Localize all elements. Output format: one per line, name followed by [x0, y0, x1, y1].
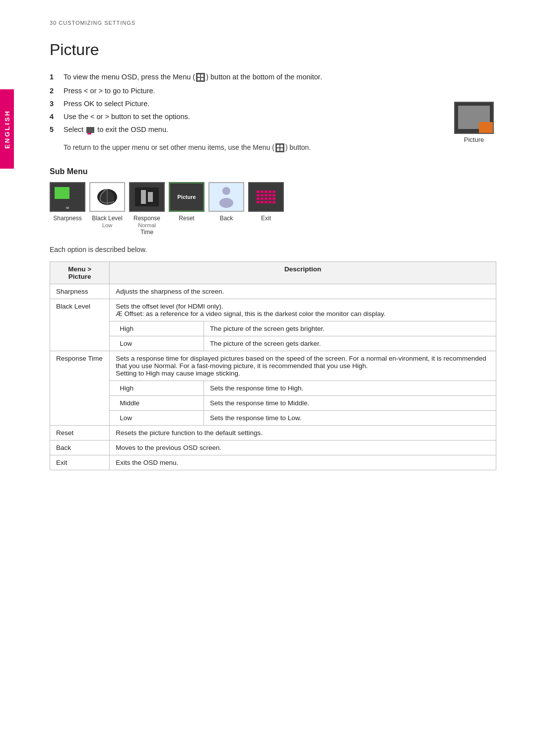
sub-response-high-desc: Sets the response time to High.: [203, 381, 496, 396]
gc1: [257, 190, 260, 193]
back-icon-graphic: [208, 182, 244, 212]
step-3: 3 Press OK to select Picture.: [50, 100, 496, 108]
gc18: [265, 201, 268, 203]
side-language-tab: ENGLISH: [0, 89, 14, 169]
exit-grid: [257, 190, 275, 203]
step-5-num: 5: [50, 126, 59, 133]
submenu-icon-exit: [248, 182, 284, 212]
gc12: [261, 197, 264, 200]
blacklevel-svg: [95, 187, 119, 207]
table-row-blacklevel-low: Low The picture of the screen gets darke…: [50, 336, 496, 351]
menu-response: Response Time: [50, 351, 110, 426]
sharpness-dot: [66, 207, 69, 209]
table-row-response-high: High Sets the response time to High.: [50, 381, 496, 396]
resp-bar-2: [148, 192, 153, 202]
step-2-num: 2: [50, 87, 59, 95]
label-back: Back: [208, 215, 244, 222]
table-row-back: Back Moves to the previous OSD screen.: [50, 441, 496, 455]
gc3: [265, 190, 268, 193]
picture-icon-box: Picture: [452, 102, 496, 143]
resp-bar-1: [141, 190, 146, 204]
each-option-note: Each option is described below.: [50, 246, 496, 253]
desc-exit: Exits the OSD menu.: [110, 455, 496, 470]
picture-submenu-text: Picture: [177, 194, 196, 200]
menu-sharpness: Sharpness: [50, 284, 110, 299]
response-inner: [135, 188, 159, 206]
sub-blacklevel-low-label: Low: [110, 336, 204, 351]
menu-back: Back: [50, 441, 110, 455]
gc8: [265, 194, 268, 196]
step-4-text: Use the < or > button to set the options…: [64, 113, 190, 121]
menu-reset: Reset: [50, 426, 110, 441]
table-row-exit: Exit Exits the OSD menu.: [50, 455, 496, 470]
desc-response-main: Sets a response time for displayed pictu…: [110, 351, 496, 381]
table-row-blacklevel-main: Black Level Sets the offset level (for H…: [50, 299, 496, 321]
gc2: [261, 190, 264, 193]
steps-list: 1 To view the menu OSD, press the Menu (…: [50, 73, 496, 133]
submenu-labels-row: Sharpness Black LevelLow ResponseNormalT…: [50, 215, 496, 236]
page-title: Picture: [50, 41, 496, 59]
gc13: [265, 197, 268, 200]
svg-point-1: [222, 187, 230, 195]
table-row-blacklevel-high: High The picture of the screen gets brig…: [50, 321, 496, 336]
step-3-text: Press OK to select Picture.: [64, 100, 149, 108]
gc4: [268, 190, 271, 193]
sub-response-low-desc: Sets the response time to Low.: [203, 411, 496, 426]
table-row-reset: Reset Resets the picture function to the…: [50, 426, 496, 441]
table-row-sharpness: Sharpness Adjusts the sharpness of the s…: [50, 284, 496, 299]
menu-exit: Exit: [50, 455, 110, 470]
select-icon: [86, 127, 94, 133]
sub-response-middle-desc: Sets the response time to Middle.: [203, 396, 496, 411]
desc-back: Moves to the previous OSD screen.: [110, 441, 496, 455]
table-row-response-main: Response Time Sets a response time for d…: [50, 351, 496, 381]
sub-response-low-label: Low: [110, 411, 204, 426]
orange-block: [479, 122, 493, 133]
gc6: [257, 194, 260, 196]
gc19: [268, 201, 271, 203]
sub-blacklevel-low-desc: The picture of the screen gets darker.: [203, 336, 496, 351]
submenu-icon-sharpness: [50, 182, 85, 212]
exit-icon-graphic: [248, 182, 284, 212]
step-note: To return to the upper menu or set other…: [64, 143, 496, 152]
label-sharpness: Sharpness: [50, 215, 85, 222]
step-1-text: To view the menu OSD, press the Menu () …: [64, 73, 322, 82]
svg-point-2: [219, 198, 233, 208]
gc9: [268, 194, 271, 196]
table-row-response-low: Low Sets the response time to Low.: [50, 411, 496, 426]
label-response: ResponseNormalTime: [129, 215, 165, 236]
menu-icon-2: [275, 143, 284, 152]
side-language-label: ENGLISH: [3, 110, 11, 149]
desc-sharpness: Adjusts the sharpness of the screen.: [110, 284, 496, 299]
menu-blacklevel: Black Level: [50, 299, 110, 351]
label-reset: Reset: [169, 215, 204, 222]
step-3-num: 3: [50, 100, 59, 108]
gc15: [272, 197, 275, 200]
step-1-num: 1: [50, 73, 59, 81]
submenu-icons-row: Picture: [50, 182, 496, 212]
picture-icon-label: Picture: [452, 136, 496, 143]
description-table: Menu > Picture Description Sharpness Adj…: [50, 261, 496, 470]
submenu-title: Sub Menu: [50, 167, 496, 176]
gc7: [261, 194, 264, 196]
submenu-icon-blacklevel: [89, 182, 125, 212]
response-icon-graphic: [129, 182, 165, 212]
gc14: [268, 197, 271, 200]
label-blacklevel: Black LevelLow: [89, 215, 125, 229]
table-header-desc: Description: [110, 262, 496, 284]
table-row-response-middle: Middle Sets the response time to Middle.: [50, 396, 496, 411]
sub-response-middle-label: Middle: [110, 396, 204, 411]
sub-blacklevel-high-desc: The picture of the screen gets brighter.: [203, 321, 496, 336]
step-4: 4 Use the < or > button to set the optio…: [50, 113, 496, 121]
gc10: [272, 194, 275, 196]
sharpness-green-rect: [55, 187, 69, 199]
sub-blacklevel-high-label: High: [110, 321, 204, 336]
desc-reset: Resets the picture function to the defau…: [110, 426, 496, 441]
gc5: [272, 190, 275, 193]
step-4-num: 4: [50, 113, 59, 121]
page-header: 30 CUSTOMIZING SETTINGS: [50, 20, 496, 26]
step-5: 5 Select to exit the OSD menu.: [50, 126, 496, 133]
sub-response-high-label: High: [110, 381, 204, 396]
sharpness-icon-graphic: [50, 182, 85, 212]
submenu-icon-response: [129, 182, 165, 212]
blacklevel-icon-graphic: [89, 182, 125, 212]
